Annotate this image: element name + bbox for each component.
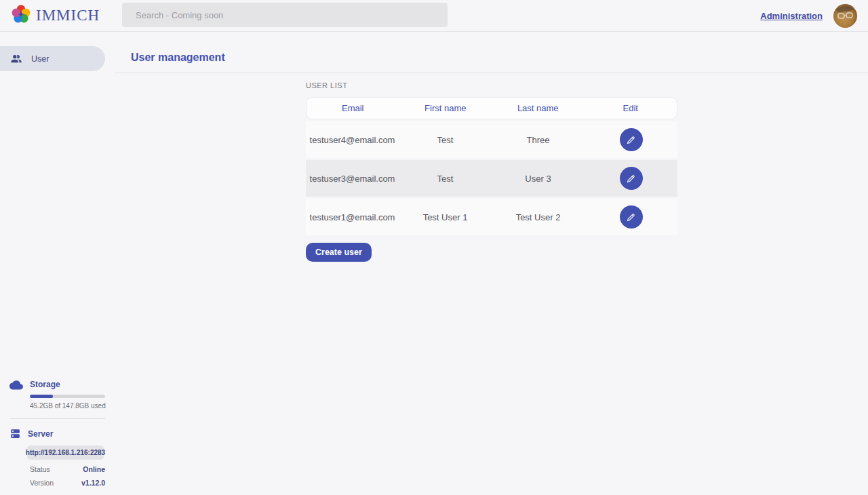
search-input[interactable] xyxy=(122,3,448,27)
server-status-box: Storage 45.2GB of 147.8GB used Server ht… xyxy=(0,379,115,487)
cell-last-name: User 3 xyxy=(492,174,585,184)
immich-flower-icon xyxy=(11,4,31,27)
sidebar-divider xyxy=(9,418,105,419)
status-value: Online xyxy=(83,465,105,473)
app-title: IMMICH xyxy=(36,7,100,24)
storage-progress-bar xyxy=(30,395,105,398)
edit-user-button[interactable] xyxy=(620,167,643,190)
version-value: v1.12.0 xyxy=(81,479,105,487)
status-label: Status xyxy=(30,465,50,473)
table-row: testuser3@email.com Test User 3 xyxy=(306,160,677,197)
edit-user-button[interactable] xyxy=(620,205,643,229)
storage-title: Storage xyxy=(30,380,60,389)
table-row: testuser4@email.com Test Three xyxy=(306,121,677,158)
cell-first-name: Test User 1 xyxy=(399,212,492,222)
header-edit: Edit xyxy=(585,103,677,113)
table-header-row: Email First name Last name Edit xyxy=(306,97,677,119)
storage-progress-fill xyxy=(30,395,53,398)
cell-last-name: Test User 2 xyxy=(492,212,585,222)
pencil-icon xyxy=(626,135,636,145)
user-list-label: USER LIST xyxy=(306,81,677,90)
edit-user-button[interactable] xyxy=(620,128,643,151)
cell-first-name: Test xyxy=(399,135,492,145)
server-version-row: Version v1.12.0 xyxy=(30,479,105,487)
cell-email: testuser4@email.com xyxy=(306,135,399,145)
topbar: IMMICH Administration xyxy=(0,0,868,32)
header-first-name: First name xyxy=(399,103,492,113)
cell-email: testuser3@email.com xyxy=(306,174,399,184)
cloud-icon xyxy=(9,379,23,390)
storage-usage-text: 45.2GB of 147.8GB used xyxy=(30,402,115,410)
cell-last-name: Three xyxy=(492,135,585,145)
version-label: Version xyxy=(30,479,54,487)
user-avatar[interactable] xyxy=(833,4,857,28)
header-email: Email xyxy=(307,103,399,113)
title-divider xyxy=(115,73,868,73)
sidebar: User Storage 45.2GB of 147.8GB used xyxy=(0,32,115,495)
page-title: User management xyxy=(115,32,868,64)
table-row: testuser1@email.com Test User 1 Test Use… xyxy=(306,199,677,235)
create-user-button[interactable]: Create user xyxy=(306,243,372,262)
pencil-icon xyxy=(626,212,636,222)
server-icon xyxy=(9,428,21,439)
main-content: User management USER LIST Email First na… xyxy=(115,32,868,495)
server-url: http://192.168.1.216:2283 xyxy=(27,446,104,460)
server-title: Server xyxy=(28,429,53,439)
cell-email: testuser1@email.com xyxy=(306,212,399,222)
sidebar-item-label: User xyxy=(31,54,49,64)
server-status-row: Status Online xyxy=(30,465,105,473)
administration-link[interactable]: Administration xyxy=(760,11,823,21)
app-logo[interactable]: IMMICH xyxy=(11,4,100,27)
sidebar-item-user[interactable]: User xyxy=(0,46,105,71)
pencil-icon xyxy=(626,174,636,184)
user-table: Email First name Last name Edit testuser… xyxy=(306,97,677,235)
header-last-name: Last name xyxy=(492,103,585,113)
users-icon xyxy=(10,53,22,65)
cell-first-name: Test xyxy=(399,174,492,184)
